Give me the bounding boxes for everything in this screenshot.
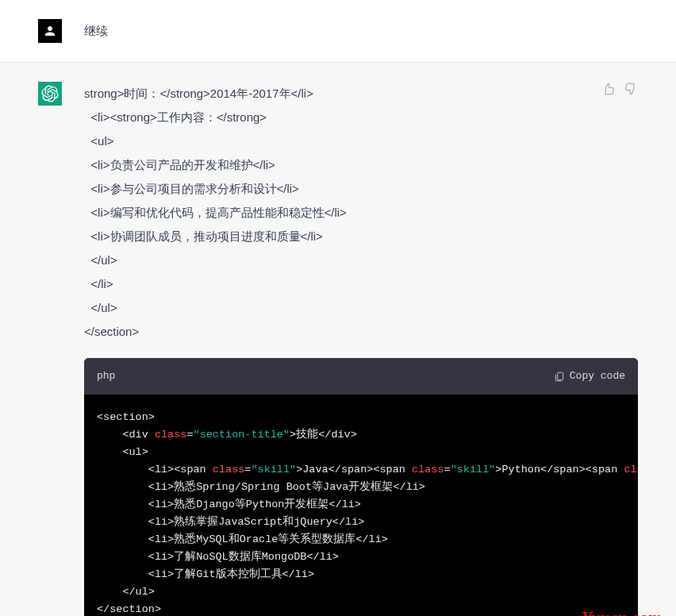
openai-icon bbox=[41, 85, 59, 102]
assistant-text-line: <ul> bbox=[84, 129, 638, 153]
code-line: <li>熟悉MySQL和Oracle等关系型数据库</li> bbox=[97, 531, 625, 549]
user-text: 继续 bbox=[84, 19, 638, 43]
thumbs-down-icon bbox=[624, 82, 638, 96]
assistant-text-line: </ul> bbox=[84, 248, 638, 272]
code-block: php Copy code <section> <div class="sect… bbox=[84, 358, 638, 616]
person-icon bbox=[43, 24, 57, 38]
thumbs-up-icon bbox=[601, 82, 616, 96]
svg-rect-0 bbox=[557, 372, 563, 379]
assistant-text-block: strong>时间：</strong>2014年-2017年</li> <li>… bbox=[84, 82, 638, 344]
assistant-message: strong>时间：</strong>2014年-2017年</li> <li>… bbox=[0, 63, 676, 616]
assistant-content: strong>时间：</strong>2014年-2017年</li> <li>… bbox=[84, 82, 638, 616]
code-body: <section> <div class="section-title">技能<… bbox=[84, 395, 638, 616]
assistant-text-line: <li>协调团队成员，推动项目进度和质量</li> bbox=[84, 225, 638, 248]
feedback-buttons bbox=[601, 82, 638, 99]
assistant-text-line: strong>时间：</strong>2014年-2017年</li> bbox=[84, 82, 638, 106]
assistant-text-line: <li>编写和优化代码，提高产品性能和稳定性</li> bbox=[84, 201, 638, 225]
thumbs-up-button[interactable] bbox=[601, 82, 616, 99]
code-line: <div class="section-title">技能</div> bbox=[97, 426, 625, 444]
code-line: <li>了解Git版本控制工具</li> bbox=[97, 566, 625, 583]
assistant-text-line: <li>负责公司产品的开发和维护</li> bbox=[84, 153, 638, 177]
code-line: </section> bbox=[97, 601, 625, 616]
assistant-text-line: <li>参与公司项目的需求分析和设计</li> bbox=[84, 177, 638, 201]
assistant-avatar bbox=[38, 82, 62, 106]
code-line: <li>熟练掌握JavaScript和jQuery</li> bbox=[97, 514, 625, 531]
code-line: <li>了解NoSQL数据库MongoDB</li> bbox=[97, 549, 625, 566]
code-language-label: php bbox=[97, 364, 115, 388]
assistant-text-line: </li> bbox=[84, 272, 638, 296]
assistant-text-line: </ul> bbox=[84, 296, 638, 320]
code-line: <li><span class="skill">Java</span><span… bbox=[97, 461, 625, 479]
code-line: <li>熟悉Spring/Spring Boot等Java开发框架</li> bbox=[97, 479, 625, 496]
assistant-text-line: </section> bbox=[84, 320, 638, 344]
code-line: <section> bbox=[97, 409, 625, 426]
copy-code-button[interactable]: Copy code bbox=[554, 364, 625, 388]
clipboard-icon bbox=[554, 371, 565, 382]
user-message: 继续 bbox=[0, 0, 676, 63]
code-line: </ul> bbox=[97, 583, 625, 601]
code-line: <li>熟悉Django等Python开发框架</li> bbox=[97, 496, 625, 514]
user-avatar bbox=[38, 19, 62, 43]
thumbs-down-button[interactable] bbox=[624, 82, 638, 99]
code-line: <ul> bbox=[97, 444, 625, 461]
copy-code-label: Copy code bbox=[570, 364, 625, 388]
code-header: php Copy code bbox=[84, 358, 638, 395]
assistant-text-line: <li><strong>工作内容：</strong> bbox=[84, 106, 638, 129]
